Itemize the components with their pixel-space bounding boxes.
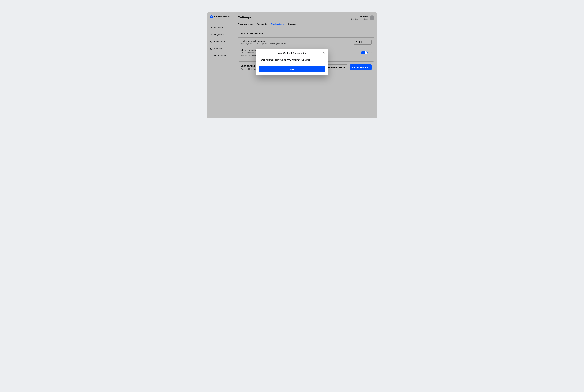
new-webhook-modal: New Webhook Subscription Save bbox=[256, 48, 328, 76]
webhook-url-input[interactable] bbox=[259, 57, 325, 62]
sidebar-item-label: Payments bbox=[214, 34, 224, 36]
webhook-section-title: Webhook sub bbox=[241, 64, 258, 68]
balances-icon bbox=[210, 26, 213, 29]
language-select-value: English bbox=[356, 41, 362, 43]
svg-rect-3 bbox=[211, 28, 212, 28]
sidebar-item-label: Checkouts bbox=[214, 40, 225, 43]
app-window: COMMERCE Balances Payments Checkouts bbox=[207, 12, 377, 118]
save-webhook-button[interactable]: Save bbox=[259, 66, 325, 72]
marketing-toggle[interactable] bbox=[361, 51, 368, 54]
close-icon bbox=[323, 52, 325, 54]
language-select[interactable]: English bbox=[354, 40, 372, 44]
sidebar-item-checkouts[interactable]: Checkouts bbox=[207, 38, 235, 44]
modal-title: New Webhook Subscription bbox=[277, 52, 307, 54]
svg-point-4 bbox=[211, 41, 211, 41]
svg-point-10 bbox=[212, 56, 212, 56]
close-modal-button[interactable] bbox=[322, 52, 325, 54]
sidebar-item-label: Invoices bbox=[214, 48, 222, 50]
settings-tabs: Your business Payments Notifications Sec… bbox=[238, 23, 374, 27]
preferred-language-row: Preferred email language The language yo… bbox=[238, 38, 374, 47]
checkouts-icon bbox=[210, 40, 213, 43]
tab-your-business[interactable]: Your business bbox=[238, 23, 253, 27]
cart-icon bbox=[210, 54, 213, 57]
topbar: Settings John Doe Creative illustrations… bbox=[238, 16, 374, 20]
sidebar-item-balances[interactable]: Balances bbox=[207, 24, 235, 31]
email-preferences-title: Email preferences bbox=[238, 30, 374, 38]
svg-rect-1 bbox=[211, 16, 212, 17]
tab-payments[interactable]: Payments bbox=[257, 23, 267, 27]
svg-point-9 bbox=[211, 56, 211, 56]
preferred-language-subtitle: The language you would prefer to receive… bbox=[241, 42, 289, 44]
tab-notifications[interactable]: Notifications bbox=[271, 23, 284, 27]
brand-mark-icon bbox=[210, 15, 213, 18]
toggle-knob bbox=[365, 51, 367, 54]
avatar[interactable]: J bbox=[370, 16, 374, 20]
marketing-toggle-label: On bbox=[369, 52, 372, 54]
invoices-icon bbox=[210, 47, 213, 50]
user-name: John Doe bbox=[351, 16, 368, 18]
sidebar-item-invoices[interactable]: Invoices bbox=[207, 46, 235, 52]
brand-logo: COMMERCE bbox=[207, 15, 235, 18]
sidebar: COMMERCE Balances Payments Checkouts bbox=[207, 12, 235, 118]
add-endpoint-button[interactable]: Add an endpoint bbox=[350, 64, 372, 70]
sidebar-item-payments[interactable]: Payments bbox=[207, 32, 235, 38]
payments-icon bbox=[210, 33, 213, 36]
sidebar-item-label: Point of sale bbox=[214, 54, 226, 57]
sidebar-item-point-of-sale[interactable]: Point of sale bbox=[207, 52, 235, 59]
brand-name: COMMERCE bbox=[214, 15, 230, 18]
preferred-language-title: Preferred email language bbox=[241, 40, 289, 42]
tab-security[interactable]: Security bbox=[288, 23, 297, 27]
chevron-down-icon bbox=[368, 41, 370, 43]
user-menu[interactable]: John Doe Creative illustrations J bbox=[351, 16, 374, 20]
sidebar-nav: Balances Payments Checkouts Invoices bbox=[207, 24, 235, 59]
sidebar-item-label: Balances bbox=[214, 26, 223, 29]
webhook-section-subtitle: Add a URL to sta bbox=[241, 68, 258, 70]
user-org: Creative illustrations bbox=[351, 18, 368, 20]
page-title: Settings bbox=[238, 16, 251, 19]
